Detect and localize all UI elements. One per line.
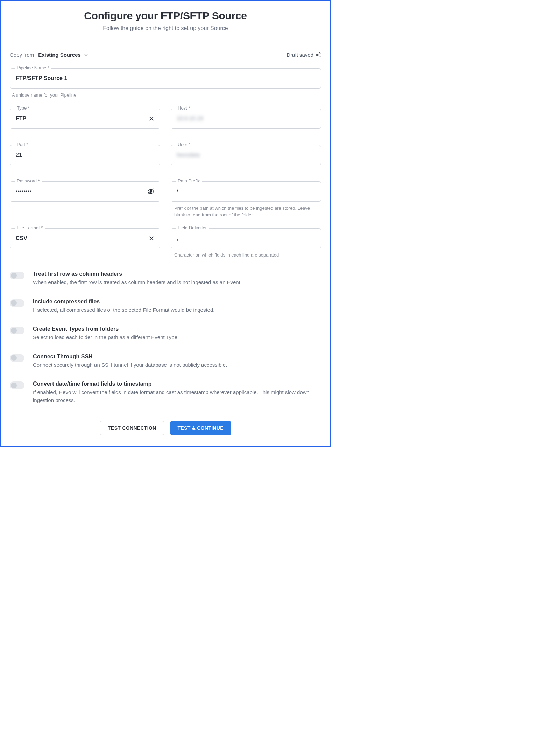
file-format-field: File Format * — [10, 228, 160, 259]
switch-first-row-headers[interactable] — [10, 272, 24, 279]
toggle-desc: Connect securely through an SSH tunnel i… — [33, 361, 227, 369]
toggle-list: Treat first row as column headers When e… — [10, 271, 321, 404]
host-input[interactable] — [177, 109, 315, 128]
switch-convert-datetime[interactable] — [10, 382, 24, 389]
toggle-title: Treat first row as column headers — [33, 271, 242, 277]
chevron-down-icon — [84, 52, 89, 57]
toggle-title: Create Event Types from folders — [33, 326, 179, 332]
pipeline-name-input[interactable] — [16, 69, 315, 88]
toggle-title: Connect Through SSH — [33, 354, 227, 360]
toggle-include-compressed: Include compressed files If selected, al… — [10, 299, 321, 314]
toggle-first-row-headers: Treat first row as column headers When e… — [10, 271, 321, 287]
page-title: Configure your FTP/SFTP Source — [10, 10, 321, 22]
toggle-title: Convert date/time format fields to times… — [33, 381, 321, 387]
type-field: Type * — [10, 108, 160, 129]
file-format-input[interactable] — [16, 229, 146, 248]
test-connection-button[interactable]: TEST CONNECTION — [100, 421, 164, 435]
password-field: Password * — [10, 181, 160, 218]
toggle-desc: When enabled, the first row is treated a… — [33, 279, 242, 287]
copy-from-label: Copy from — [10, 52, 34, 58]
toggle-title: Include compressed files — [33, 299, 214, 305]
user-label: User * — [176, 142, 192, 147]
toggle-desc: If enabled, Hevo will convert the fields… — [33, 388, 321, 404]
eye-off-icon[interactable] — [147, 188, 154, 195]
password-input[interactable] — [16, 182, 144, 201]
user-input[interactable] — [177, 145, 315, 165]
file-format-label: File Format * — [15, 225, 45, 230]
clear-type-icon[interactable] — [149, 116, 154, 121]
clear-file-format-icon[interactable] — [149, 236, 154, 241]
draft-saved-text: Draft saved — [286, 52, 313, 58]
type-input[interactable] — [16, 109, 146, 128]
host-field: Host * — [171, 108, 321, 129]
copy-from-selected: Existing Sources — [38, 52, 81, 58]
footer-actions: TEST CONNECTION TEST & CONTINUE — [10, 421, 321, 435]
path-prefix-field: Path Prefix Prefix of the path at which … — [171, 181, 321, 218]
draft-saved-status: Draft saved — [286, 52, 321, 58]
password-label: Password * — [15, 178, 42, 183]
switch-event-types-from-folders[interactable] — [10, 327, 24, 334]
path-prefix-helper: Prefix of the path at which the files to… — [171, 205, 321, 218]
toggle-desc: If selected, all compressed files of the… — [33, 306, 214, 314]
top-bar: Copy from Existing Sources Draft saved — [10, 52, 321, 58]
switch-connect-through-ssh[interactable] — [10, 354, 24, 362]
switch-include-compressed[interactable] — [10, 299, 24, 307]
field-delimiter-field: Field Delimiter Character on which field… — [171, 228, 321, 259]
field-delimiter-helper: Character on which fields in each line a… — [171, 252, 321, 259]
path-prefix-input[interactable] — [177, 182, 315, 201]
pipeline-name-field: Pipeline Name * A unique name for your P… — [10, 68, 321, 99]
svg-line-3 — [317, 54, 319, 55]
toggle-event-types-from-folders: Create Event Types from folders Select t… — [10, 326, 321, 342]
toggle-desc: Select to load each folder in the path a… — [33, 334, 179, 342]
test-and-continue-button[interactable]: TEST & CONTINUE — [170, 421, 231, 435]
copy-from-dropdown[interactable]: Existing Sources — [38, 52, 89, 58]
field-delimiter-input[interactable] — [177, 229, 315, 248]
port-field: Port * — [10, 145, 160, 165]
port-label: Port * — [15, 142, 30, 147]
path-prefix-label: Path Prefix — [176, 178, 202, 183]
type-label: Type * — [15, 105, 32, 111]
pipeline-name-helper: A unique name for your Pipeline — [10, 92, 321, 99]
toggle-connect-through-ssh: Connect Through SSH Connect securely thr… — [10, 354, 321, 369]
pipeline-name-label: Pipeline Name * — [15, 65, 51, 70]
config-panel: Configure your FTP/SFTP Source Follow th… — [0, 0, 331, 447]
share-icon[interactable] — [316, 52, 321, 58]
form: Pipeline Name * A unique name for your P… — [10, 68, 321, 435]
port-input[interactable] — [16, 145, 154, 165]
toggle-convert-datetime: Convert date/time format fields to times… — [10, 381, 321, 404]
field-delimiter-label: Field Delimiter — [176, 225, 209, 230]
page-subtitle: Follow the guide on the right to set up … — [10, 25, 321, 31]
user-field: User * — [171, 145, 321, 165]
svg-line-4 — [317, 55, 319, 56]
host-label: Host * — [176, 105, 192, 111]
